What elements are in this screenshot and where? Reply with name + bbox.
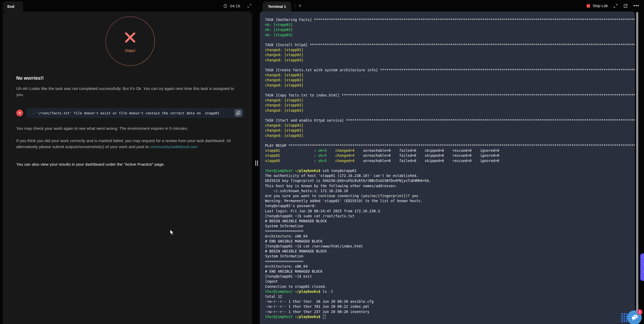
oops-label: Oops! bbox=[125, 48, 135, 53]
chat-notification-badge: 1 bbox=[637, 309, 642, 315]
fullscreen-icon[interactable] bbox=[247, 4, 251, 8]
session-timer: 04:16 bbox=[223, 0, 251, 12]
paragraph-3-text: If you think you did your work correctly… bbox=[16, 138, 231, 149]
error-message-box: - '/root/facts.txt' file doesn't exist o… bbox=[26, 108, 244, 118]
widget-drag-handle-icon[interactable] bbox=[621, 313, 628, 322]
error-row: ✕ - '/root/facts.txt' file doesn't exist… bbox=[16, 108, 244, 118]
copy-button[interactable] bbox=[235, 109, 242, 117]
result-paragraph-1: Uh oh! Looks like the task was not compl… bbox=[16, 85, 242, 98]
failed-x-icon bbox=[123, 30, 138, 45]
terminal-tab-label: Terminal 1 bbox=[268, 4, 286, 9]
open-in-new-window-icon[interactable] bbox=[623, 4, 628, 8]
stopwatch-icon bbox=[223, 4, 228, 8]
oops-badge: Oops! bbox=[106, 17, 155, 66]
terminal-output[interactable]: TASK [Gathering Facts] *****************… bbox=[260, 12, 635, 324]
result-paragraph-2: You may check your work again to see wha… bbox=[16, 125, 242, 131]
stop-lab-label: Stop Lab bbox=[593, 4, 608, 8]
more-options-icon[interactable]: ••• bbox=[633, 3, 639, 9]
panel-resize-handle[interactable] bbox=[255, 160, 258, 166]
error-x-icon: ✕ bbox=[16, 110, 23, 116]
chat-bubbles-icon bbox=[631, 314, 638, 321]
error-message: - '/root/facts.txt' file doesn't exist o… bbox=[33, 111, 235, 115]
stop-lab-button[interactable]: Stop Lab bbox=[587, 4, 608, 8]
result-paragraph-3: If you think you did your work correctly… bbox=[16, 138, 242, 150]
task-result-panel: Oops! No worries!! Uh oh! Looks like the… bbox=[3, 12, 252, 324]
fullscreen-terminal-icon[interactable] bbox=[613, 4, 618, 8]
result-paragraph-4: You can also view your results in your d… bbox=[16, 161, 242, 167]
stop-icon bbox=[587, 4, 590, 8]
timer-value: 04:16 bbox=[230, 4, 240, 8]
community-link[interactable]: community.kodekloud.com bbox=[150, 144, 197, 149]
terminal-tab[interactable]: Terminal 1 bbox=[263, 2, 291, 12]
new-terminal-button[interactable]: + bbox=[298, 3, 302, 8]
feedback-tab[interactable]: Feedback ✦ bbox=[640, 253, 644, 281]
terminal-scrollbar[interactable] bbox=[636, 12, 638, 324]
tab-separator bbox=[295, 3, 295, 8]
chat-widget-button[interactable]: 1 bbox=[627, 310, 642, 324]
feedback-label: Feedback bbox=[643, 256, 644, 273]
end-button[interactable]: End bbox=[3, 1, 23, 12]
terminal-header: Terminal 1 + Stop Lab ••• bbox=[260, 0, 644, 12]
result-heading: No worries!! bbox=[16, 75, 244, 81]
